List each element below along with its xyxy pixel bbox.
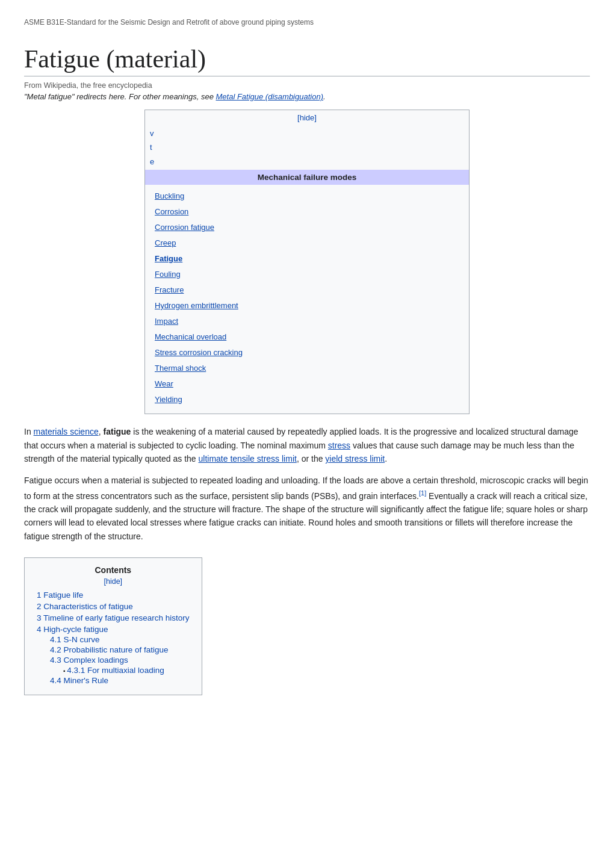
contents-list: 1 Fatigue life2 Characteristics of fatig… [37,591,190,685]
contents-item-4.1: 4.1 S-N curve [50,635,190,644]
redirect-pre: "Metal fatigue" redirects here. For othe… [24,92,216,101]
navbox-item-corrosion-fatigue[interactable]: Corrosion fatigue [155,220,459,235]
navbox-hide-row[interactable]: [hide] [145,110,469,125]
navbox-item-corrosion[interactable]: Corrosion [155,204,459,220]
contents-link-4[interactable]: 4 High-cycle fatigue [37,625,108,634]
contents-box: Contents [hide] 1 Fatigue life2 Characte… [24,557,202,695]
navbox-item-thermal-shock[interactable]: Thermal shock [155,361,459,376]
navbox-v-link[interactable]: v [150,126,154,140]
link-stress[interactable]: stress [328,441,350,450]
contents-link-1[interactable]: 1 Fatigue life [37,591,83,600]
navbox-items-container: BucklingCorrosionCorrosion fatigueCreepF… [145,185,469,414]
contents-link-4.2[interactable]: 4.2 Probabilistic nature of fatigue [50,645,169,654]
contents-subsublist-4.3: 4.3.1 For multiaxial loading [50,666,190,675]
redirect-link[interactable]: Metal Fatigue (disambiguation) [216,92,323,101]
navbox-item-impact[interactable]: Impact [155,314,459,329]
navbox-item-hydrogen-embrittlement[interactable]: Hydrogen embrittlement [155,298,459,314]
contents-sublist-4: 4.1 S-N curve4.2 Probabilistic nature of… [37,635,190,685]
contents-title: Contents [37,565,190,575]
navbox-item-fracture[interactable]: Fracture [155,282,459,298]
navbox: [hide] v t e Mechanical failure modes Bu… [144,110,470,414]
navbox-item-fouling[interactable]: Fouling [155,267,459,282]
navbox-hide-link[interactable]: [hide] [297,113,317,122]
navbox-e-link[interactable]: e [150,155,154,169]
navbox-header: Mechanical failure modes [145,170,469,185]
contents-item-4.4: 4.4 Miner's Rule [50,676,190,685]
contents-link-4.1[interactable]: 4.1 S-N curve [50,635,100,644]
redirect-note: "Metal fatigue" redirects here. For othe… [24,92,590,101]
navbox-item-creep[interactable]: Creep [155,235,459,251]
link-ultimate-tensile[interactable]: ultimate tensile stress limit [199,454,297,463]
redirect-post: . [323,92,326,101]
link-yield-stress[interactable]: yield stress limit [325,454,385,463]
contents-link-3[interactable]: 3 Timeline of early fatigue research his… [37,613,190,622]
navbox-item-yielding[interactable]: Yielding [155,392,459,408]
top-bar: ASME B31E-Standard for the Seismic Desig… [24,12,590,26]
contents-item-4.3.1: 4.3.1 For multiaxial loading [63,666,190,675]
contents-link-2[interactable]: 2 Characteristics of fatigue [37,602,133,611]
navbox-item-mechanical-overload[interactable]: Mechanical overload [155,329,459,345]
navbox-item-stress-corrosion-cracking[interactable]: Stress corrosion cracking [155,345,459,361]
contents-link-4.4[interactable]: 4.4 Miner's Rule [50,676,108,685]
contents-item-4: 4 High-cycle fatigue4.1 S-N curve4.2 Pro… [37,625,190,685]
article-para-1: In materials science, fatigue is the wea… [24,425,590,465]
link-materials-science[interactable]: materials science [34,427,99,436]
ref-1[interactable]: [1] [419,489,426,497]
navbox-vte-row: v t e [145,125,469,170]
top-bar-text: ASME B31E-Standard for the Seismic Desig… [24,18,314,26]
contents-item-2: 2 Characteristics of fatigue [37,602,190,611]
contents-link-4.3.1[interactable]: 4.3.1 For multiaxial loading [67,666,164,675]
contents-item-1: 1 Fatigue life [37,591,190,600]
contents-item-4.3: 4.3 Complex loadings4.3.1 For multiaxial… [50,656,190,675]
article-para-2: Fatigue occurs when a material is subjec… [24,474,590,543]
navbox-item-wear[interactable]: Wear [155,376,459,392]
from-wikipedia-label: From Wikipedia, the free encyclopedia [24,81,590,90]
contents-item-4.2: 4.2 Probabilistic nature of fatigue [50,645,190,654]
contents-hide-link[interactable]: [hide] [104,577,123,586]
navbox-t-link[interactable]: t [150,140,152,154]
contents-item-3: 3 Timeline of early fatigue research his… [37,613,190,622]
navbox-item-buckling[interactable]: Buckling [155,188,459,204]
contents-hide[interactable]: [hide] [37,577,190,586]
navbox-item-fatigue[interactable]: Fatigue [155,251,459,267]
page-title: Fatigue (material) [24,45,590,76]
contents-link-4.3[interactable]: 4.3 Complex loadings [50,656,128,665]
